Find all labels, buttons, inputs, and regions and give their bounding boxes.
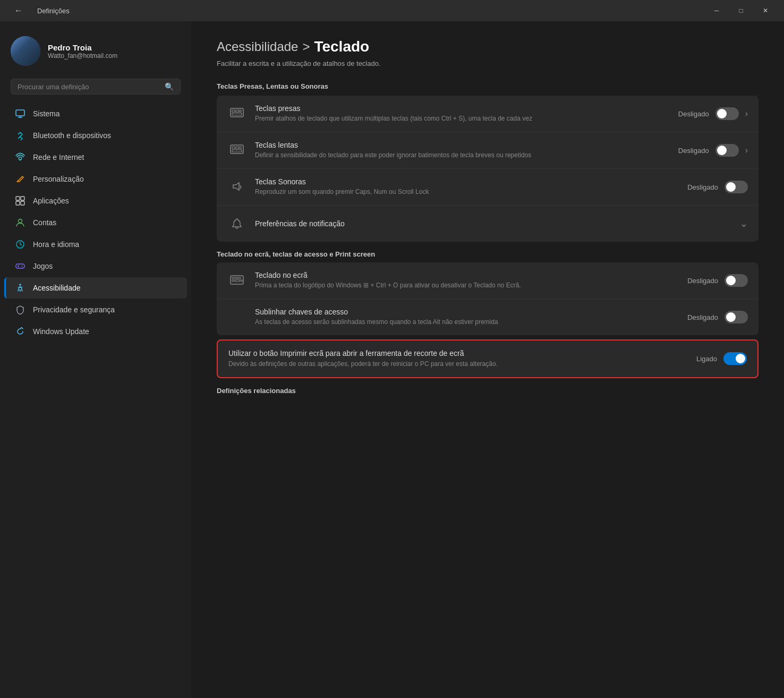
svg-rect-22 bbox=[232, 147, 235, 149]
teclas-lentas-state: Desligado bbox=[678, 147, 709, 155]
teclas-lentas-text: Teclas lentas Definir a sensibilidade do… bbox=[255, 141, 670, 160]
item-imprimir-ecra[interactable]: Utilizar o botão Imprimir ecrã para abri… bbox=[217, 339, 759, 378]
teclas-presas-icon bbox=[227, 104, 246, 123]
teclas-lentas-label: Teclas lentas bbox=[255, 141, 670, 149]
avatar-image bbox=[11, 36, 40, 66]
close-button[interactable]: ✕ bbox=[753, 0, 778, 21]
rede-icon bbox=[15, 152, 25, 163]
sidebar-item-label-bluetooth: Bluetooth e dispositivos bbox=[33, 131, 111, 140]
preferencias-icon bbox=[227, 214, 246, 233]
svg-rect-4 bbox=[16, 197, 20, 200]
svg-rect-24 bbox=[240, 147, 241, 149]
svg-rect-6 bbox=[16, 201, 20, 205]
breadcrumb-parent: Acessibilidade bbox=[217, 39, 298, 54]
hora-icon bbox=[15, 239, 25, 250]
titlebar-title: Definições bbox=[37, 7, 70, 15]
sidebar-item-sistema[interactable]: Sistema bbox=[4, 103, 187, 124]
sublinhar-control: Desligado bbox=[687, 311, 748, 324]
item-teclado-ecra[interactable]: Teclado no ecrã Prima a tecla do logótip… bbox=[217, 262, 759, 299]
breadcrumb: Acessibilidade > Teclado bbox=[217, 38, 759, 55]
item-preferencias[interactable]: Preferências de notificação ⌄ bbox=[217, 206, 759, 242]
personalizacao-icon bbox=[15, 174, 25, 184]
titlebar-controls: ─ □ ✕ bbox=[704, 0, 778, 21]
teclas-sonoras-text: Teclas Sonoras Reproduzir um som quando … bbox=[255, 177, 679, 197]
jogos-icon bbox=[15, 261, 25, 271]
teclas-lentas-control: Desligado › bbox=[678, 144, 748, 157]
breadcrumb-separator: > bbox=[302, 39, 310, 54]
item-teclas-lentas[interactable]: Teclas lentas Definir a sensibilidade do… bbox=[217, 132, 759, 169]
sidebar-item-rede[interactable]: Rede e Internet bbox=[4, 147, 187, 168]
back-button[interactable]: ← bbox=[6, 0, 31, 21]
svg-rect-23 bbox=[236, 147, 238, 149]
teclado-ecra-label: Teclado no ecrã bbox=[255, 271, 679, 279]
svg-rect-18 bbox=[236, 110, 238, 112]
user-info: Pedro Troia Watto_fan@hotmail.com bbox=[48, 43, 117, 59]
imprimir-ecra-control: Ligado bbox=[696, 352, 747, 365]
teclas-sonoras-toggle[interactable] bbox=[725, 181, 748, 193]
teclado-ecra-toggle[interactable] bbox=[725, 274, 748, 287]
maximize-button[interactable]: □ bbox=[729, 0, 753, 21]
svg-rect-10 bbox=[16, 264, 24, 268]
sidebar-item-hora[interactable]: Hora e idioma bbox=[4, 234, 187, 255]
sidebar-item-jogos[interactable]: Jogos bbox=[4, 256, 187, 277]
sidebar-item-label-windows-update: Windows Update bbox=[33, 327, 89, 336]
sublinhar-icon bbox=[227, 308, 246, 327]
group-teclado-ecra: Teclado no ecrã Prima a tecla do logótip… bbox=[217, 262, 759, 335]
sidebar-item-label-acessibilidade: Acessibilidade bbox=[33, 284, 81, 292]
svg-rect-20 bbox=[232, 113, 242, 115]
svg-point-3 bbox=[20, 159, 21, 160]
teclas-presas-control: Desligado › bbox=[678, 107, 748, 120]
search-input[interactable] bbox=[18, 83, 160, 91]
imprimir-ecra-state: Ligado bbox=[696, 355, 717, 363]
svg-rect-31 bbox=[232, 280, 234, 282]
imprimir-ecra-toggle[interactable] bbox=[723, 352, 747, 365]
svg-rect-21 bbox=[231, 145, 243, 154]
sidebar-item-contas[interactable]: Contas bbox=[4, 212, 187, 233]
teclado-ecra-icon bbox=[227, 271, 246, 290]
teclas-sonoras-label: Teclas Sonoras bbox=[255, 177, 679, 186]
teclas-lentas-chevron: › bbox=[745, 146, 748, 155]
svg-rect-30 bbox=[238, 277, 241, 279]
sidebar-item-personalizacao[interactable]: Personalização bbox=[4, 168, 187, 190]
item-teclas-presas[interactable]: Teclas presas Premir atalhos de teclado … bbox=[217, 96, 759, 132]
teclas-sonoras-icon bbox=[227, 177, 246, 197]
sidebar-item-label-hora: Hora e idioma bbox=[33, 240, 79, 249]
preferencias-label: Preferências de notificação bbox=[255, 219, 731, 228]
sublinhar-text: Sublinhar chaves de acesso As teclas de … bbox=[255, 308, 679, 327]
search-box[interactable]: 🔍 bbox=[11, 79, 181, 95]
sublinhar-desc: As teclas de acesso serão sublinhadas me… bbox=[255, 318, 679, 327]
svg-point-13 bbox=[21, 266, 22, 267]
teclas-lentas-toggle[interactable] bbox=[715, 144, 739, 157]
svg-point-15 bbox=[19, 284, 21, 286]
sidebar-item-aplicacoes[interactable]: Aplicações bbox=[4, 190, 187, 211]
sidebar-item-bluetooth[interactable]: Bluetooth e dispositivos bbox=[4, 125, 187, 146]
svg-rect-0 bbox=[16, 110, 24, 116]
imprimir-ecra-label: Utilizar o botão Imprimir ecrã para abri… bbox=[228, 349, 688, 357]
section3-title: Definições relacionadas bbox=[217, 387, 759, 395]
page-description: Facilitar a escrita e a utilização de at… bbox=[217, 59, 759, 67]
main-layout: Pedro Troia Watto_fan@hotmail.com 🔍 Sist… bbox=[0, 21, 784, 698]
item-sublinhar-chaves[interactable]: Sublinhar chaves de acesso As teclas de … bbox=[217, 299, 759, 335]
sublinhar-toggle[interactable] bbox=[725, 311, 748, 324]
user-section: Pedro Troia Watto_fan@hotmail.com bbox=[0, 30, 191, 79]
teclas-presas-toggle[interactable] bbox=[715, 107, 739, 120]
sidebar-item-label-aplicacoes: Aplicações bbox=[33, 197, 69, 205]
windows-update-icon bbox=[15, 326, 25, 337]
sidebar-item-acessibilidade[interactable]: Acessibilidade bbox=[4, 277, 187, 299]
search-icon: 🔍 bbox=[165, 82, 174, 91]
minimize-button[interactable]: ─ bbox=[704, 0, 729, 21]
sidebar-item-windows-update[interactable]: Windows Update bbox=[4, 321, 187, 342]
aplicacoes-icon bbox=[15, 195, 25, 206]
svg-rect-7 bbox=[21, 201, 24, 205]
acessibilidade-icon bbox=[15, 283, 25, 293]
titlebar: ← Definições ─ □ ✕ bbox=[0, 0, 784, 21]
main-content: Acessibilidade > Teclado Facilitar a esc… bbox=[191, 21, 784, 698]
bluetooth-icon bbox=[15, 130, 25, 141]
teclas-presas-label: Teclas presas bbox=[255, 104, 670, 113]
teclas-presas-state: Desligado bbox=[678, 110, 709, 118]
teclado-ecra-control: Desligado bbox=[687, 274, 748, 287]
item-teclas-sonoras[interactable]: Teclas Sonoras Reproduzir um som quando … bbox=[217, 169, 759, 206]
sidebar-item-label-personalizacao: Personalização bbox=[33, 175, 84, 183]
breadcrumb-current: Teclado bbox=[314, 38, 369, 55]
sidebar-item-privacidade[interactable]: Privacidade e segurança bbox=[4, 299, 187, 320]
